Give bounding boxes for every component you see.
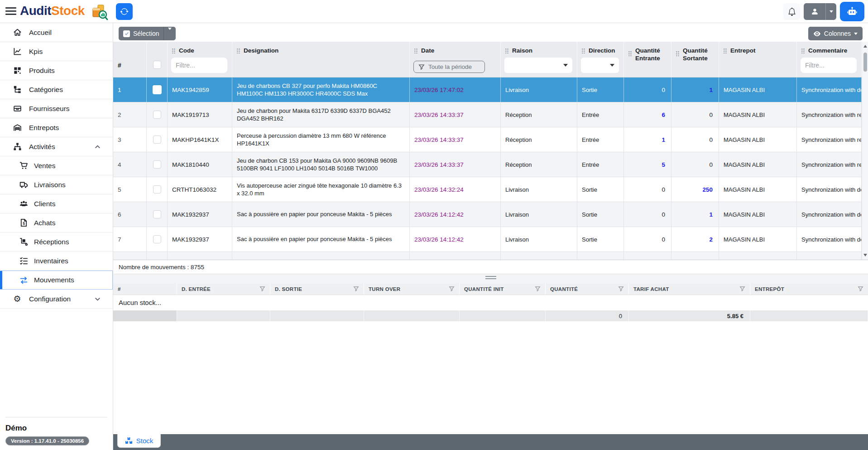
drag-handle-icon[interactable] bbox=[505, 48, 508, 53]
sidebar-item-kpis[interactable]: Kpis bbox=[0, 42, 113, 61]
column-header-raison[interactable]: Raison bbox=[501, 42, 577, 77]
stock-column-header--[interactable]: # bbox=[113, 283, 177, 295]
stock-summary-cell-quantite: 0 bbox=[546, 310, 629, 321]
movement-row[interactable]: 6MAK1932937Sac à poussière en papier pou… bbox=[113, 202, 862, 227]
column-header-designation[interactable]: Designation bbox=[232, 42, 410, 77]
funnel-icon[interactable] bbox=[739, 286, 745, 292]
select-all-checkbox[interactable] bbox=[153, 61, 161, 69]
sidebar-item-entrepots[interactable]: Entrepots bbox=[0, 118, 113, 137]
funnel-icon[interactable] bbox=[353, 286, 359, 292]
row-checkbox[interactable] bbox=[153, 235, 161, 243]
funnel-icon[interactable] bbox=[449, 286, 455, 292]
panel-splitter-handle[interactable] bbox=[113, 274, 868, 283]
row-checkbox[interactable] bbox=[153, 210, 161, 218]
drag-handle-icon[interactable] bbox=[414, 48, 417, 53]
sidebar-item-clients[interactable]: Clients bbox=[0, 194, 113, 213]
sidebar-item-configuration[interactable]: ⚙Configuration bbox=[0, 290, 113, 309]
sidebar-item-mouvements[interactable]: Mouvements bbox=[0, 271, 113, 290]
raison-cell: Réception bbox=[501, 252, 577, 260]
code-filter-input[interactable] bbox=[171, 58, 227, 73]
stock-column-header-turn-over[interactable]: TURN OVER bbox=[364, 283, 460, 295]
sidebar-item-fournisseurs[interactable]: Fournisseurs bbox=[0, 99, 113, 118]
movement-row[interactable]: 7MAK1932937Sac à poussière en papier pou… bbox=[113, 227, 862, 252]
drag-handle-icon[interactable] bbox=[237, 48, 240, 53]
row-checkbox[interactable] bbox=[153, 135, 161, 144]
stock-column-header-d-sortie[interactable]: D. SORTIE bbox=[270, 283, 364, 295]
stock-column-header-entrepot[interactable]: ENTREPÔT bbox=[750, 283, 868, 295]
stock-column-header-tarif-achat[interactable]: TARIF ACHAT bbox=[629, 283, 750, 295]
column-header-quantite-sortante[interactable]: Quantité Sortante bbox=[671, 42, 719, 77]
movement-row[interactable]: 1MAK1942859Jeu de charbons CB 327 pour p… bbox=[113, 77, 862, 102]
column-header-date[interactable]: Date Toute la période bbox=[410, 42, 501, 77]
movement-row[interactable]: 2MAK1919713Jeu de charbon pour Makita 63… bbox=[113, 102, 862, 127]
drag-handle-icon[interactable] bbox=[724, 48, 727, 53]
truck-icon bbox=[19, 180, 28, 189]
scroll-up-arrow-icon[interactable] bbox=[863, 45, 867, 48]
funnel-icon[interactable] bbox=[259, 286, 265, 292]
drag-handle-icon[interactable] bbox=[801, 48, 805, 53]
tab-stock[interactable]: Stock bbox=[117, 434, 161, 448]
sidebar-item-activites[interactable]: Activités bbox=[0, 137, 113, 156]
notifications-button[interactable] bbox=[783, 3, 800, 20]
entrepot-cell: MAGASIN ALBI bbox=[719, 177, 797, 202]
sidebar-item-produits[interactable]: Produits bbox=[0, 61, 113, 80]
brand-part-audit: Audit bbox=[20, 4, 51, 18]
designation-cell: Sac à poussière en papier pour ponceuse … bbox=[232, 202, 410, 227]
funnel-icon[interactable] bbox=[535, 286, 541, 292]
column-header-commentaire[interactable]: Commentaire bbox=[797, 42, 862, 77]
user-menu-button[interactable] bbox=[804, 3, 836, 20]
stock-column-header-quantite-init[interactable]: QUANTITÉ INIT bbox=[460, 283, 546, 295]
boxes-magnifier-logo-icon bbox=[91, 3, 109, 21]
drag-handle-icon[interactable] bbox=[172, 48, 175, 53]
funnel-icon[interactable] bbox=[618, 286, 624, 292]
stock-table-header: #D. ENTRÉED. SORTIETURN OVERQUANTITÉ INI… bbox=[113, 283, 868, 295]
date-cell: 23/03/26 14:33:37 bbox=[410, 102, 501, 127]
sidebar-item-livraisons[interactable]: Livraisons bbox=[0, 175, 113, 194]
commentaire-filter-input[interactable] bbox=[801, 58, 857, 73]
menu-hamburger-icon[interactable] bbox=[5, 7, 16, 16]
raison-filter-select[interactable] bbox=[504, 58, 572, 73]
movement-row[interactable]: 8MAK1932937Sac à poussière en papier pou… bbox=[113, 252, 862, 260]
movement-row[interactable]: 3MAKHP1641K1XPerceuse à percussion diamè… bbox=[113, 127, 862, 152]
sidebar-item-achats[interactable]: $Achats bbox=[0, 213, 113, 232]
drag-handle-icon[interactable] bbox=[628, 51, 632, 56]
bell-icon bbox=[788, 8, 796, 16]
drag-handle-icon[interactable] bbox=[582, 48, 585, 53]
movement-row[interactable]: 5CRTHT1063032Vis autoperceuse acier zing… bbox=[113, 177, 862, 202]
row-checkbox[interactable] bbox=[153, 85, 162, 94]
movement-row[interactable]: 4MAK1810440Jeu de charbon CB 153 pour Ma… bbox=[113, 152, 862, 177]
quantite-sortante-cell: 1 bbox=[671, 77, 719, 102]
columns-visibility-button[interactable]: Colonnes bbox=[808, 27, 863, 40]
num-column-label: # bbox=[118, 62, 121, 69]
direction-filter-select[interactable] bbox=[581, 58, 619, 73]
column-header-entrepot[interactable]: Entrepot bbox=[719, 42, 797, 77]
column-header-code[interactable]: Code bbox=[168, 42, 232, 77]
code-cell: MAKHP1641K1X bbox=[168, 127, 232, 152]
scrollbar-thumb[interactable] bbox=[863, 53, 867, 72]
stock-summary-cell-d-entree bbox=[177, 310, 270, 321]
vertical-scrollbar[interactable] bbox=[862, 42, 868, 260]
stock-column-header-quantite[interactable]: QUANTITÉ bbox=[546, 283, 629, 295]
scroll-down-arrow-icon[interactable] bbox=[863, 254, 867, 256]
column-header-direction[interactable]: Direction bbox=[577, 42, 624, 77]
person-icon bbox=[804, 8, 825, 15]
assistant-button[interactable] bbox=[840, 2, 864, 21]
stock-column-header-d-entree[interactable]: D. ENTRÉE bbox=[177, 283, 270, 295]
selection-split-button[interactable]: Sélection bbox=[119, 27, 176, 40]
drag-handle-icon[interactable] bbox=[676, 51, 679, 56]
date-period-filter-button[interactable]: Toute la période bbox=[413, 61, 485, 73]
dolly-icon bbox=[19, 237, 28, 247]
refresh-button[interactable] bbox=[116, 3, 133, 20]
column-header-quantite-entrante[interactable]: Quantité Entrante bbox=[624, 42, 671, 77]
sidebar-item-inventaires[interactable]: Inventaires bbox=[0, 252, 113, 271]
sidebar-item-receptions[interactable]: Réceptions bbox=[0, 232, 113, 252]
row-checkbox[interactable] bbox=[153, 111, 161, 119]
funnel-icon[interactable] bbox=[858, 286, 863, 292]
row-checkbox[interactable] bbox=[153, 185, 161, 194]
row-checkbox[interactable] bbox=[153, 160, 161, 169]
sidebar-item-accueil[interactable]: Accueil bbox=[0, 23, 113, 42]
columns-button-label: Colonnes bbox=[824, 30, 851, 37]
sidebar-item-categories[interactable]: Catégories bbox=[0, 80, 113, 99]
sidebar-item-ventes[interactable]: Ventes bbox=[0, 156, 113, 175]
chevron-down-icon[interactable] bbox=[164, 30, 176, 37]
